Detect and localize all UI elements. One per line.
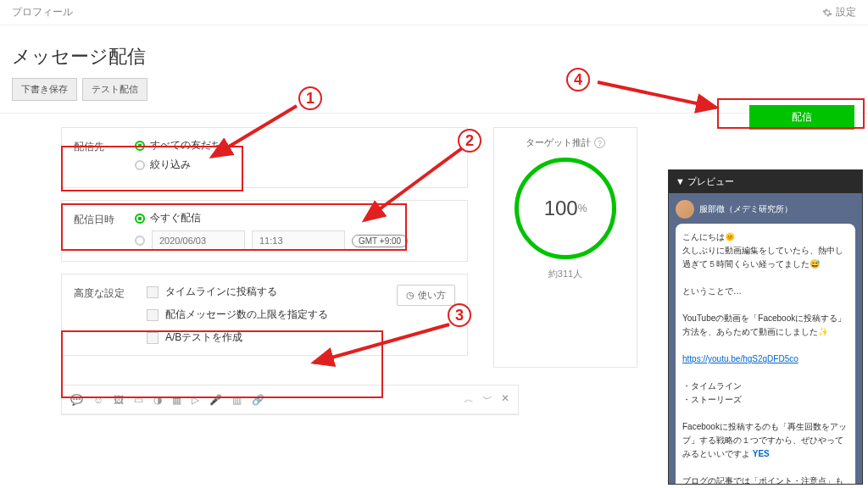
chat-bubble: こんにちは🌞 久しぶりに動画編集をしていたら、熱中し過ぎて５時間くらい経ってまし… — [676, 224, 855, 485]
chk-limit[interactable]: 配信メッセージ数の上限を指定する — [147, 308, 328, 322]
chat-header: 服部徹（メデミ研究所） — [676, 200, 855, 219]
svg-line-2 — [314, 324, 449, 363]
checkbox-icon — [147, 286, 159, 298]
target-estimate: ターゲット推計? 100% 約311人 — [493, 127, 637, 368]
target-title: ターゲット推計 — [526, 136, 591, 149]
anno-box-2 — [61, 203, 407, 251]
svg-line-1 — [364, 148, 462, 220]
topbar: プロフィール 設定 — [0, 0, 868, 25]
svg-line-0 — [212, 106, 297, 157]
up-icon[interactable]: ︿ — [464, 392, 474, 407]
clock-icon: ◷ — [406, 290, 415, 301]
arrow-1 — [203, 102, 314, 169]
preview-title: ▼ プレビュー — [669, 170, 862, 193]
avatar — [676, 200, 694, 219]
preview-link[interactable]: https://youtu.be/hgS2gDFD5co — [682, 354, 798, 363]
arrow-4 — [593, 78, 729, 120]
gear-icon — [822, 8, 832, 18]
close-icon[interactable]: ✕ — [501, 392, 509, 407]
down-icon[interactable]: ﹀ — [482, 392, 492, 407]
howto-button[interactable]: ◷使い方 — [397, 285, 455, 306]
save-draft-button[interactable]: 下書き保存 — [12, 78, 77, 101]
arrow-2 — [356, 144, 475, 229]
advanced-label: 高度な設定 — [74, 285, 133, 301]
arrow-3 — [305, 320, 458, 371]
test-send-button[interactable]: テスト配信 — [82, 78, 147, 101]
help-icon[interactable]: ? — [594, 137, 605, 148]
checkbox-icon — [147, 309, 159, 321]
profile-link[interactable]: プロフィール — [12, 5, 73, 19]
settings-link[interactable]: 設定 — [822, 5, 856, 19]
page-title: メッセージ配信 — [0, 25, 868, 78]
svg-line-3 — [598, 82, 716, 108]
chk-timeline[interactable]: タイムラインに投稿する — [147, 285, 328, 299]
target-count: 約311人 — [503, 268, 628, 280]
anno-box-4 — [717, 98, 865, 129]
preview-panel: ▼ プレビュー 服部徹（メデミ研究所） こんにちは🌞 久しぶりに動画編集をしてい… — [668, 169, 863, 485]
target-circle: 100% — [515, 158, 616, 259]
